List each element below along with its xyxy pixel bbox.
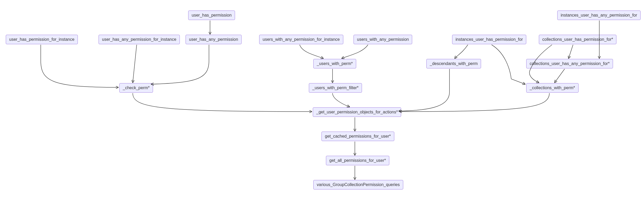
node-collections-user-has-permission-for: collections_user_has_permission_for* [539,35,616,44]
node-users-with-perm-filter: _users_with_perm_filter* [309,83,362,93]
node-instances-user-has-any-permission-for: instances_user_has_any_permission_for [557,11,641,20]
node-user-has-any-permission-for-instance: user_has_any_permission_for_instance [99,35,180,44]
node-collections-with-perm: _collections_with_perm* [526,83,579,93]
node-get-cached-permissions-for-user: get_cached_permissions_for_user* [321,132,394,141]
node-get-all-permissions-for-user: get_all_permissions_for_user* [326,156,389,165]
node-user-has-permission-for-instance: user_has_permission_for_instance [6,35,78,44]
node-users-with-perm: _users_with_perm* [313,59,356,68]
node-collections-user-has-any-permission-for: collections_user_has_any_permission_for* [526,59,613,68]
node-user-has-any-permission: user_has_any_permission [186,35,242,44]
node-descendants-with-perm: _descendants_with_perm [426,59,481,68]
node-various-group-collection-permission-queries: various_GroupCollectionPermission_querie… [313,180,403,189]
diagram-edges [0,0,644,200]
node-user-has-permission: user_has_permission [188,11,235,20]
node-users-with-any-permission: users_with_any_permission [354,35,412,44]
node-users-with-any-permission-for-instance: users_with_any_permission_for_instance [259,35,343,44]
node-instances-user-has-permission-for: instances_user_has_permission_for [452,35,526,44]
node-get-user-permission-objects-for-actions: _get_user_permission_objects_for_actions… [313,107,401,117]
node-check-perm: _check_perm* [119,83,153,93]
